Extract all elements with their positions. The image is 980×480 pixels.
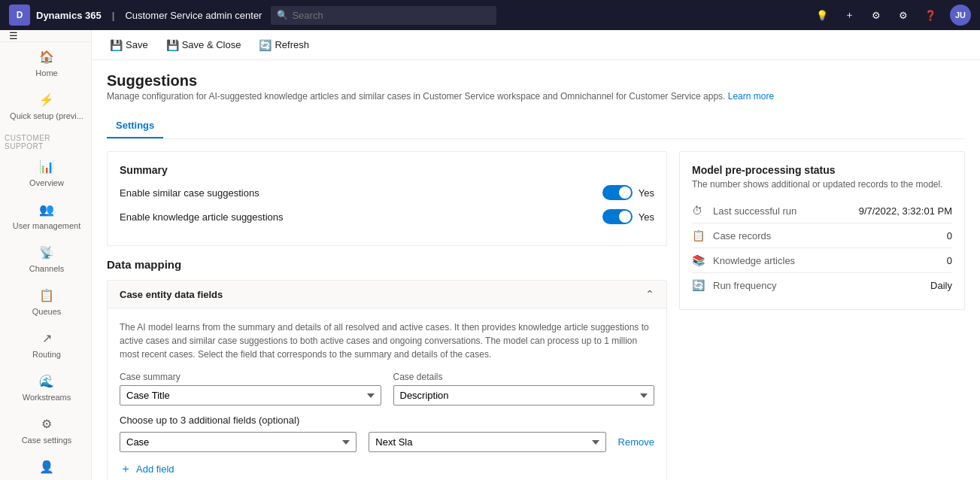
save-close-button[interactable]: 💾 Save & Close	[160, 36, 247, 54]
case-records-value: 0	[947, 230, 952, 242]
add-field-button[interactable]: ＋ Add field	[120, 458, 174, 480]
run-frequency-icon: 🔄	[692, 279, 707, 291]
data-mapping-title: Data mapping	[107, 258, 667, 271]
sidebar-item-queues[interactable]: 📋 Queues	[0, 281, 91, 324]
sidebar: ☰ 🏠 Home ⚡ Quick setup (previ... Custome…	[0, 30, 92, 480]
case-entity-title: Case entity data fields	[120, 289, 223, 300]
optional-field1-select[interactable]: Case	[120, 432, 357, 452]
sidebar-item-overview-cs[interactable]: 📊 Overview	[0, 152, 91, 195]
knowledge-articles-value: 0	[947, 255, 952, 266]
knowledge-article-toggle[interactable]	[602, 209, 633, 224]
model-row-case-records: 📋 Case records 0	[692, 223, 952, 248]
customer-support-label: Customer support	[0, 128, 91, 152]
case-details-select[interactable]: Description	[393, 385, 655, 406]
model-status-title: Model pre-processing status	[692, 164, 952, 176]
case-settings-icon: ⚙	[41, 417, 52, 431]
sidebar-label-routing: Routing	[32, 350, 61, 359]
learn-more-link[interactable]: Learn more	[728, 91, 774, 102]
sidebar-item-customer-settings[interactable]: 👤 Customer settings	[0, 452, 91, 480]
similar-case-toggle[interactable]	[602, 185, 633, 200]
case-fields-row: Case summary Case Title Case details	[120, 372, 654, 406]
knowledge-article-row: Enable knowledge article suggestions Yes	[120, 209, 654, 224]
sidebar-item-workstreams[interactable]: 🌊 Workstreams	[0, 366, 91, 409]
optional-row: Case Next Sla Remove	[120, 432, 654, 452]
search-icon: 🔍	[277, 10, 288, 20]
case-entity-header[interactable]: Case entity data fields ⌃	[108, 281, 666, 308]
search-wrap: 🔍	[271, 6, 496, 25]
quicksetup-icon: ⚡	[39, 93, 54, 107]
knowledge-articles-icon: 📚	[692, 254, 707, 266]
plus-icon: ＋	[120, 461, 132, 477]
case-details-group: Case details Description	[393, 372, 655, 406]
run-frequency-label: Run frequency	[713, 280, 924, 291]
tab-bar: Settings	[107, 114, 965, 139]
search-input[interactable]	[271, 6, 496, 25]
run-frequency-value: Daily	[930, 280, 952, 291]
lightbulb-icon[interactable]: 💡	[815, 8, 830, 23]
case-entity-chevron-icon: ⌃	[645, 288, 654, 300]
user-management-icon: 👥	[39, 202, 54, 217]
overview-cs-icon: 📊	[39, 159, 54, 174]
sidebar-label-workstreams: Workstreams	[23, 393, 71, 402]
sidebar-label-user-management: User management	[13, 221, 81, 230]
help-icon[interactable]: ❓	[923, 8, 938, 23]
sidebar-toggle[interactable]: ☰	[0, 30, 91, 42]
sidebar-item-case-settings[interactable]: ⚙ Case settings	[0, 409, 91, 452]
page-content: Suggestions Manage configuration for AI-…	[92, 60, 980, 480]
last-run-icon: ⏱	[692, 205, 707, 217]
model-row-run-frequency: 🔄 Run frequency Daily	[692, 273, 952, 297]
knowledge-articles-label: Knowledge articles	[713, 255, 941, 266]
optional-field1-group: Case	[120, 432, 357, 452]
main-area: 💾 Save 💾 Save & Close 🔄 Refresh Suggesti…	[92, 30, 980, 480]
sidebar-item-user-management[interactable]: 👥 User management	[0, 195, 91, 238]
knowledge-article-label: Enable knowledge article suggestions	[120, 211, 284, 223]
settings-icon[interactable]: ⚙	[896, 8, 911, 23]
optional-field2-group: Next Sla	[369, 432, 605, 452]
sidebar-item-routing[interactable]: ↗ Routing	[0, 324, 91, 366]
add-field-label: Add field	[136, 463, 174, 475]
remove-link[interactable]: Remove	[618, 436, 654, 448]
refresh-label: Refresh	[275, 39, 309, 50]
tab-settings[interactable]: Settings	[107, 114, 163, 138]
plus-icon[interactable]: ＋	[842, 8, 857, 23]
save-button[interactable]: 💾 Save	[104, 36, 154, 54]
knowledge-article-yes: Yes	[639, 211, 654, 223]
model-row-last-run: ⏱ Last successful run 9/7/2022, 3:32:01 …	[692, 199, 952, 223]
app-name: Customer Service admin center	[125, 10, 262, 21]
topbar-icons: 💡 ＋ ⚙ ⚙ ❓ JU	[815, 5, 971, 26]
customer-settings-icon: 👤	[39, 460, 54, 474]
case-summary-group: Case summary Case Title	[120, 372, 381, 406]
case-entity-card: Case entity data fields ⌃ The AI model l…	[107, 280, 667, 480]
similar-case-row: Enable similar case suggestions Yes	[120, 185, 654, 200]
optional-field2-select[interactable]: Next Sla	[369, 432, 605, 452]
case-summary-select[interactable]: Case Title	[120, 385, 381, 406]
refresh-button[interactable]: 🔄 Refresh	[253, 36, 315, 54]
sidebar-item-quicksetup[interactable]: ⚡ Quick setup (previ...	[0, 85, 91, 128]
avatar[interactable]: JU	[950, 5, 971, 26]
workstreams-icon: 🌊	[39, 374, 54, 388]
home-icon: 🏠	[39, 50, 54, 64]
last-run-label: Last successful run	[713, 205, 853, 217]
sidebar-item-home[interactable]: 🏠 Home	[0, 42, 91, 85]
save-label: Save	[126, 39, 148, 50]
sidebar-label-channels: Channels	[29, 264, 64, 273]
case-records-label: Case records	[713, 230, 941, 242]
sidebar-item-channels[interactable]: 📡 Channels	[0, 238, 91, 281]
page-subtitle: Manage configuration for AI-suggested kn…	[107, 91, 965, 102]
channels-icon: 📡	[39, 245, 54, 260]
case-entity-body: The AI model learns from the summary and…	[108, 308, 666, 480]
knowledge-article-slider	[602, 209, 633, 224]
sidebar-label-overview-cs: Overview	[29, 178, 64, 187]
case-entity-desc: The AI model learns from the summary and…	[120, 321, 654, 361]
case-details-label: Case details	[393, 372, 655, 382]
knowledge-article-toggle-group: Yes	[602, 209, 654, 224]
sidebar-label-queues: Queues	[32, 307, 62, 316]
similar-case-yes: Yes	[639, 187, 654, 199]
save-icon: 💾	[110, 39, 123, 51]
similar-case-toggle-group: Yes	[602, 185, 654, 200]
filter-icon[interactable]: ⚙	[869, 8, 884, 23]
refresh-icon: 🔄	[259, 39, 272, 51]
right-col: Model pre-processing status The number s…	[679, 151, 965, 480]
sidebar-label-quicksetup: Quick setup (previ...	[10, 111, 83, 120]
sidebar-label-home: Home	[35, 68, 57, 77]
